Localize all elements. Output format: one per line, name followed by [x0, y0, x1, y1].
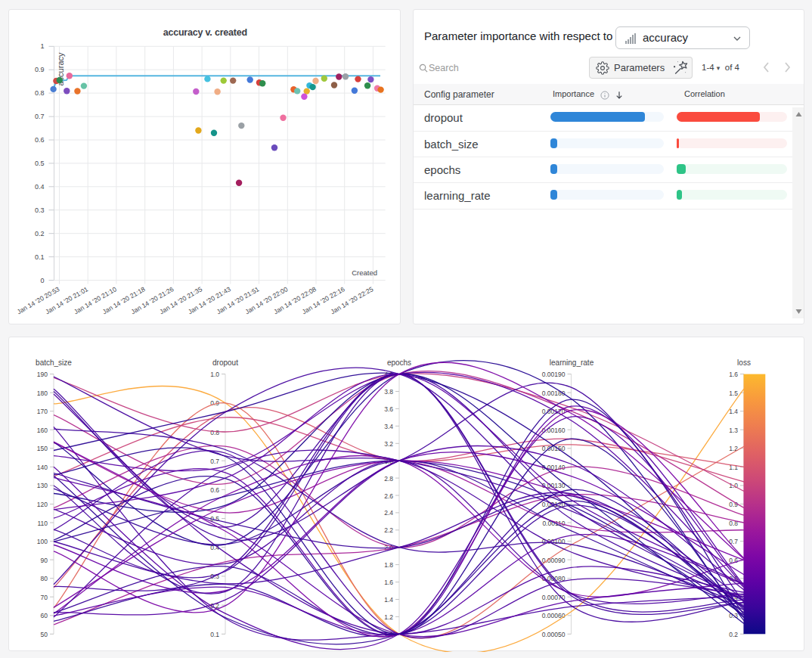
svg-text:2.8: 2.8 [384, 475, 393, 483]
svg-text:3.8: 3.8 [384, 388, 393, 396]
svg-text:100: 100 [37, 538, 48, 545]
svg-text:0.2: 0.2 [35, 230, 45, 237]
svg-text:1.8: 1.8 [384, 561, 393, 569]
svg-text:Created: Created [352, 268, 377, 277]
svg-text:0.6: 0.6 [210, 486, 219, 494]
svg-text:0.9: 0.9 [35, 66, 45, 73]
svg-text:0.6: 0.6 [35, 136, 45, 144]
svg-text:160: 160 [37, 427, 48, 434]
svg-text:0.3: 0.3 [35, 206, 45, 214]
svg-text:3.6: 3.6 [384, 405, 393, 413]
svg-text:0.2: 0.2 [729, 631, 738, 638]
svg-text:accuracy v. created: accuracy v. created [163, 27, 247, 38]
svg-text:50: 50 [41, 631, 48, 638]
svg-text:2.2: 2.2 [384, 526, 393, 534]
svg-text:dropout: dropout [212, 358, 238, 367]
svg-text:3.2: 3.2 [384, 440, 393, 448]
svg-text:1: 1 [40, 42, 44, 50]
svg-text:180: 180 [37, 390, 48, 397]
svg-text:1.6: 1.6 [384, 579, 393, 586]
svg-text:0.00130: 0.00130 [542, 482, 566, 489]
svg-text:60: 60 [41, 612, 48, 619]
svg-text:130: 130 [37, 482, 48, 489]
svg-text:0.00140: 0.00140 [542, 464, 566, 471]
svg-text:140: 140 [37, 464, 48, 471]
svg-text:110: 110 [37, 520, 48, 527]
svg-text:0.5: 0.5 [35, 160, 45, 167]
svg-text:80: 80 [41, 575, 48, 582]
svg-text:90: 90 [41, 557, 48, 564]
svg-text:1.2: 1.2 [384, 613, 393, 621]
svg-text:70: 70 [41, 594, 48, 601]
svg-text:0.7: 0.7 [210, 458, 219, 465]
svg-text:loss: loss [737, 358, 751, 367]
svg-text:150: 150 [37, 445, 48, 452]
svg-text:0.00050: 0.00050 [542, 631, 566, 638]
svg-text:learning_rate: learning_rate [550, 358, 594, 367]
svg-text:0: 0 [40, 277, 44, 284]
svg-text:1.4: 1.4 [384, 596, 393, 604]
svg-text:0.8: 0.8 [210, 429, 219, 436]
svg-text:0.7: 0.7 [35, 113, 45, 120]
svg-text:0.00090: 0.00090 [542, 557, 566, 564]
svg-text:batch_size: batch_size [36, 358, 72, 367]
svg-text:1.0: 1.0 [210, 371, 219, 378]
svg-text:1.4: 1.4 [729, 408, 738, 415]
svg-text:1.2: 1.2 [729, 445, 738, 452]
svg-text:0.00070: 0.00070 [542, 594, 566, 601]
svg-text:2.6: 2.6 [384, 492, 393, 500]
svg-text:120: 120 [37, 501, 48, 508]
svg-text:3.4: 3.4 [384, 423, 393, 430]
svg-text:1.6: 1.6 [729, 371, 738, 378]
svg-text:0.4: 0.4 [35, 183, 45, 191]
svg-text:190: 190 [37, 371, 48, 378]
svg-text:0.1: 0.1 [35, 253, 45, 261]
svg-text:2.4: 2.4 [384, 509, 393, 517]
svg-text:0.1: 0.1 [210, 631, 219, 638]
svg-text:0.00190: 0.00190 [542, 371, 566, 378]
svg-text:1.3: 1.3 [729, 427, 738, 434]
svg-text:1.5: 1.5 [729, 390, 738, 397]
svg-text:170: 170 [37, 408, 48, 415]
svg-text:epochs: epochs [387, 358, 411, 367]
svg-text:0.8: 0.8 [35, 89, 45, 97]
